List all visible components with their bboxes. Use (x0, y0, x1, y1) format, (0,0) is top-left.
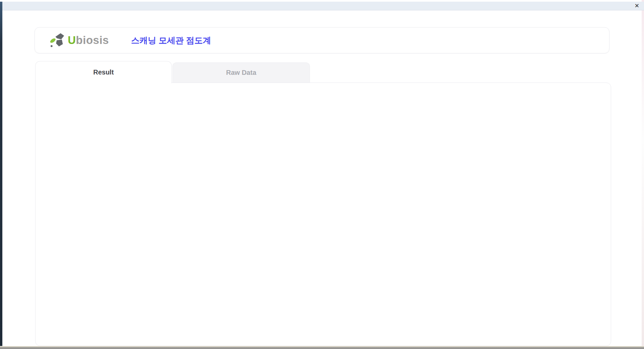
tab-result[interactable]: Result (35, 61, 172, 83)
ubiosis-logo: Ubiosis (50, 32, 109, 49)
content-panel (35, 83, 611, 346)
app-title: 스캐닝 모세관 점도계 (131, 35, 211, 46)
ubiosis-logo-icon (50, 32, 65, 49)
screen: ✕ Ubiosis 스캐닝 모세관 점도계 Result Raw Data (0, 0, 644, 349)
header-card: Ubiosis 스캐닝 모세관 점도계 (35, 27, 609, 53)
logo-rest-text: biosis (76, 34, 109, 46)
desktop-edge-right (642, 0, 644, 349)
window-titlebar: ✕ (0, 2, 644, 10)
tab-raw-data[interactable]: Raw Data (172, 62, 310, 83)
close-button[interactable]: ✕ (635, 2, 639, 10)
taskbar-strip (0, 346, 644, 349)
desktop-edge-left (0, 2, 2, 346)
logo-accent-letter: U (68, 34, 76, 46)
ubiosis-logo-text: Ubiosis (68, 34, 109, 47)
